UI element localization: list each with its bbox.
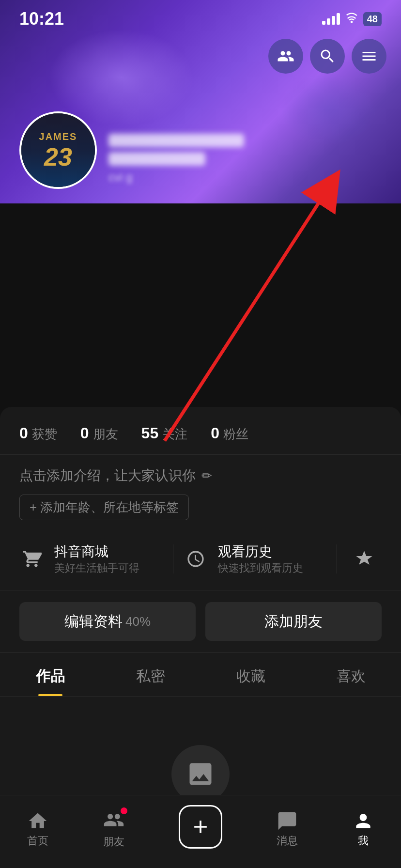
mall-text: 抖音商城 美好生活触手可得 [54,542,139,575]
profile-area: JAMES 23 cvi g [19,111,244,189]
avatar[interactable]: JAMES 23 [19,111,97,189]
user-id: cvi g [108,170,244,184]
friends-button[interactable] [268,39,303,74]
history-subtitle: 快速找到观看历史 [218,561,303,575]
nav-profile-label: 我 [358,834,369,848]
status-bar: 10:21 48 [0,0,401,34]
stat-fans[interactable]: 0 粉丝 [211,424,248,443]
battery-indicator: 48 [363,12,382,26]
home-icon [27,810,48,832]
likes-label: 获赞 [32,426,57,443]
tabs-row: 作品 私密 收藏 喜欢 [0,653,401,697]
history-text: 观看历史 快速找到观看历史 [218,542,303,575]
star-icon [352,546,377,572]
jersey-number: 23 [44,144,72,170]
add-tag-button[interactable]: + 添加年龄、所在地等标签 [19,495,189,520]
tab-collect[interactable]: 收藏 [200,653,301,696]
tab-private-label: 私密 [136,668,165,684]
edit-icon: ✏ [201,468,212,483]
photo-icon [186,760,215,789]
search-icon [319,47,336,65]
bottom-nav: 首页 朋友 消息 我 [0,795,401,868]
status-time: 10:21 [19,9,64,29]
mall-link[interactable]: 抖音商城 美好生活触手可得 [19,538,163,580]
menu-button[interactable] [352,39,386,74]
action-buttons: 编辑资料 40% 添加朋友 [0,590,401,653]
nav-create[interactable] [179,805,222,853]
add-friend-button[interactable]: 添加朋友 [205,602,382,641]
friends-label: 朋友 [93,426,118,443]
search-button[interactable] [310,39,345,74]
edit-profile-button[interactable]: 编辑资料 40% [19,602,196,641]
stat-friends: 0 朋友 [80,424,118,443]
plus-icon [190,816,211,837]
clock-icon [183,546,208,572]
nav-profile[interactable]: 我 [353,810,374,848]
friends-notification-dot [121,807,127,814]
tab-works[interactable]: 作品 [0,653,100,696]
nav-messages-label: 消息 [277,834,298,848]
stats-row: 0 获赞 0 朋友 55 关注 0 粉丝 [0,407,401,455]
bio-placeholder: 点击添加介绍，让大家认识你 [19,466,196,485]
wifi-icon [345,12,358,27]
tab-likes-label: 喜欢 [337,668,366,684]
more-link[interactable] [347,546,382,572]
fans-label: 粉丝 [223,426,248,443]
top-actions [268,39,386,74]
menu-icon [360,47,378,65]
likes-count: 0 [19,424,28,442]
following-count: 55 [141,424,159,442]
profile-icon [353,810,374,832]
tab-private[interactable]: 私密 [100,653,200,696]
tab-works-label: 作品 [36,668,65,684]
messages-icon [277,810,298,832]
tab-collect-label: 收藏 [236,668,265,684]
nav-messages[interactable]: 消息 [277,810,298,848]
links-divider [173,544,173,574]
signal-icon [322,13,340,25]
add-friend-label: 添加朋友 [264,612,323,632]
history-link[interactable]: 观看历史 快速找到观看历史 [183,538,327,580]
quick-links: 抖音商城 美好生活触手可得 观看历史 快速找到观看历史 [0,528,401,590]
tag-placeholder: + 添加年龄、所在地等标签 [30,499,179,516]
bio-text[interactable]: 点击添加介绍，让大家认识你 ✏ [19,466,382,485]
history-title: 观看历史 [218,542,303,561]
edit-percent: 40% [125,614,151,629]
nav-friends-label: 朋友 [103,835,124,849]
edit-profile-label: 编辑资料 [64,612,123,632]
links-divider2 [337,544,337,574]
cart-icon [19,546,45,572]
nav-home-label: 首页 [27,834,48,848]
fans-count: 0 [211,424,219,442]
friends-count: 0 [80,424,89,442]
status-icons: 48 [322,12,382,27]
username-blurred: cvi g [108,134,244,184]
stat-following[interactable]: 55 关注 [141,424,188,443]
friends-icon [277,47,294,65]
tab-likes[interactable]: 喜欢 [301,653,401,696]
nav-friends[interactable]: 朋友 [103,809,124,849]
svg-line-1 [165,186,329,441]
bio-section: 点击添加介绍，让大家认识你 ✏ + 添加年龄、所在地等标签 [0,455,401,528]
following-label: 关注 [162,426,187,443]
mall-title: 抖音商城 [54,542,139,561]
jersey-name: JAMES [39,131,77,142]
mall-subtitle: 美好生活触手可得 [54,561,139,575]
nav-home[interactable]: 首页 [27,810,48,848]
create-button[interactable] [179,805,222,849]
stat-likes: 0 获赞 [19,424,57,443]
empty-icon-wrap [171,745,230,803]
